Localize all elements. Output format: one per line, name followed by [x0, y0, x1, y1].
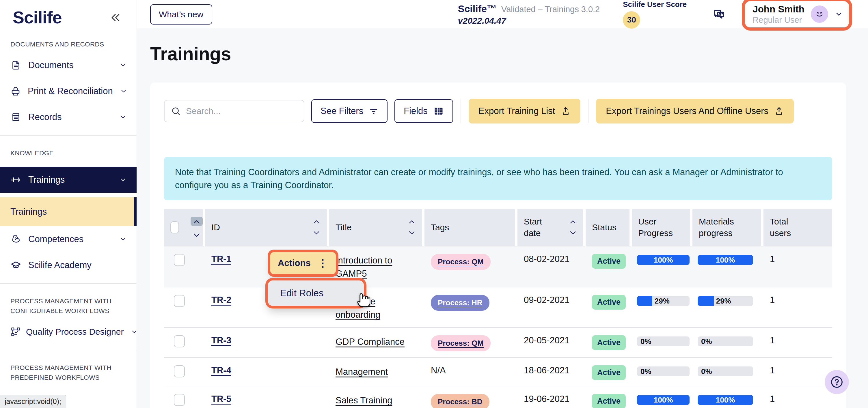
- dumbbell-icon: [10, 175, 21, 185]
- workflow-icon: [10, 327, 21, 337]
- user-progress-bar: 0%: [637, 336, 689, 346]
- fields-button[interactable]: Fields: [395, 99, 453, 123]
- feedback-chat-icon[interactable]: [712, 7, 726, 22]
- sidebar: Scilife DOCUMENTS AND RECORDS Documents …: [0, 0, 137, 408]
- status-badge: Active: [592, 335, 626, 350]
- select-all-checkbox[interactable]: [170, 221, 179, 233]
- sidebar-item-documents[interactable]: Documents: [0, 52, 136, 78]
- top-bar: What’s new Scilife™ Validated – Training…: [137, 0, 868, 29]
- training-title-link[interactable]: Management: [336, 365, 388, 379]
- sidebar-item-records[interactable]: Records: [0, 104, 136, 130]
- sort-desc-icon[interactable]: [408, 231, 415, 235]
- training-title-link[interactable]: Sales Training: [336, 394, 392, 407]
- printer-icon: [10, 86, 21, 96]
- column-header-tags: Tags: [425, 209, 518, 246]
- training-title-link[interactable]: GDP Compliance: [336, 335, 405, 348]
- user-progress-bar: 0%: [637, 367, 689, 376]
- sidebar-item-print-reconciliation[interactable]: Print & Reconciliation: [0, 78, 136, 104]
- collapse-sidebar-icon[interactable]: [109, 11, 122, 24]
- row-checkbox[interactable]: [174, 365, 185, 377]
- tag-pill[interactable]: Process: QM: [431, 254, 491, 270]
- document-icon: [10, 60, 21, 70]
- start-date-cell: 09-02-2021: [518, 287, 586, 327]
- sidebar-item-scilife-academy[interactable]: Scilife Academy: [0, 252, 136, 278]
- actions-button-label: Actions: [278, 258, 311, 268]
- sidebar-section-documents-and-records: DOCUMENTS AND RECORDS: [0, 32, 136, 52]
- search-box: [164, 100, 304, 122]
- chevron-down-icon: [119, 235, 127, 243]
- training-title-link[interactable]: Introduction to GAMP5: [336, 254, 422, 280]
- training-id-link[interactable]: TR-2: [211, 295, 231, 305]
- sort-desc-icon[interactable]: [313, 231, 320, 235]
- scilife-logo: Scilife: [13, 7, 62, 27]
- archive-icon: [10, 112, 21, 122]
- user-progress-bar: 100%: [637, 255, 689, 265]
- filter-icon: [369, 106, 378, 116]
- sort-asc-icon[interactable]: [569, 219, 576, 224]
- whats-new-button[interactable]: What’s new: [150, 4, 212, 25]
- training-id-link[interactable]: TR-1: [211, 254, 231, 264]
- muscle-icon: [10, 234, 21, 244]
- table-toolbar: See Filters Fields Export Training L: [164, 99, 832, 124]
- search-icon: [171, 106, 181, 116]
- total-users-cell: 1: [764, 328, 832, 357]
- sort-desc-icon[interactable]: [193, 233, 200, 238]
- user-name: John Smith: [752, 3, 804, 15]
- export-training-list-button[interactable]: Export Training List: [469, 99, 580, 124]
- training-id-link[interactable]: TR-4: [211, 365, 231, 376]
- row-checkbox[interactable]: [174, 394, 185, 406]
- browser-status-tooltip: javascript:void(0);: [0, 395, 66, 408]
- tag-pill[interactable]: Process: HR: [431, 295, 490, 311]
- column-header-title[interactable]: Title: [329, 209, 425, 246]
- total-users-cell: 1: [764, 287, 832, 327]
- export-trainings-users-label: Export Trainings Users And Offline Users: [606, 106, 768, 116]
- tag-pill[interactable]: Process: QM: [431, 335, 491, 351]
- sidebar-item-trainings-parent[interactable]: Trainings: [0, 167, 136, 193]
- tag-cell: N/A: [425, 358, 518, 386]
- sidebar-subitem-trainings-active[interactable]: Trainings: [0, 197, 136, 226]
- toolbar-divider: [588, 99, 588, 123]
- fields-label: Fields: [404, 106, 428, 116]
- product-validated-label: Validated – Trainings 3.0.2: [501, 4, 600, 15]
- column-header-id[interactable]: ID: [205, 209, 329, 246]
- training-id-link[interactable]: TR-5: [211, 394, 231, 404]
- materials-progress-bar: 100%: [698, 255, 753, 265]
- sidebar-item-quality-process-designer[interactable]: Quality Process Designer: [0, 319, 136, 345]
- sort-desc-icon[interactable]: [569, 231, 576, 235]
- actions-dropdown-menu: Edit Roles: [268, 280, 364, 306]
- tag-pill[interactable]: Process: BD: [431, 394, 490, 408]
- help-button[interactable]: [825, 370, 849, 394]
- table-row: TR-2 Employee onboarding Process: HR 09-…: [164, 287, 832, 328]
- graduation-cap-icon: [10, 260, 21, 270]
- chevron-down-icon: [119, 113, 127, 121]
- row-checkbox[interactable]: [174, 254, 185, 266]
- sidebar-item-competences[interactable]: Competences: [0, 226, 136, 252]
- sort-controls: [408, 219, 419, 235]
- chevron-down-icon: [119, 176, 127, 183]
- sidebar-item-label: Documents: [28, 60, 74, 70]
- search-input[interactable]: [186, 106, 298, 116]
- sidebar-divider: [0, 350, 136, 350]
- training-id-link[interactable]: TR-3: [211, 335, 231, 346]
- sort-asc-icon[interactable]: [408, 219, 415, 224]
- user-menu[interactable]: John Smith Regular User: [745, 1, 849, 27]
- table-grid-icon: [433, 106, 444, 116]
- status-badge: Active: [592, 394, 626, 408]
- row-checkbox[interactable]: [174, 295, 185, 307]
- sort-asc-icon[interactable]: [313, 219, 320, 224]
- see-filters-button[interactable]: See Filters: [311, 99, 388, 123]
- status-badge: Active: [592, 254, 626, 269]
- app-root: Scilife DOCUMENTS AND RECORDS Documents …: [0, 0, 868, 408]
- sort-asc-icon[interactable]: [191, 217, 203, 226]
- column-header-start-date[interactable]: Start date: [518, 209, 586, 246]
- see-filters-label: See Filters: [320, 106, 363, 116]
- trainings-card: See Filters Fields Export Training L: [150, 82, 846, 408]
- export-trainings-users-button[interactable]: Export Trainings Users And Offline Users: [596, 99, 794, 124]
- start-date-cell: 08-02-2021: [518, 246, 586, 287]
- main-area: What’s new Scilife™ Validated – Training…: [137, 0, 868, 408]
- total-users-cell: 1: [764, 246, 832, 287]
- edit-roles-menu-item[interactable]: Edit Roles: [280, 288, 323, 299]
- sidebar-divider: [0, 135, 136, 136]
- actions-button[interactable]: Actions ⋮: [270, 252, 336, 274]
- row-checkbox[interactable]: [174, 335, 185, 347]
